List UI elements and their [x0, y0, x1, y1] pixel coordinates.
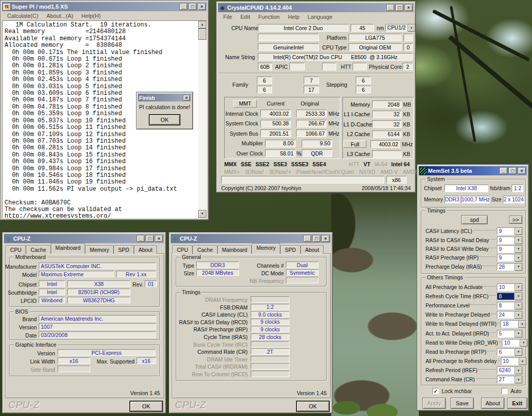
- superpi-output-line: Allocated memory = 8388648: [5, 42, 197, 49]
- cpu-type-label: CPU Type: [320, 44, 347, 50]
- minimize-icon[interactable]: _: [179, 3, 188, 10]
- menu-item-edit[interactable]: Edit: [236, 13, 254, 21]
- tab-about[interactable]: About: [301, 245, 324, 254]
- chevron-down-icon[interactable]: ▼: [515, 245, 522, 253]
- close-icon[interactable]: ×: [198, 3, 206, 10]
- about-button[interactable]: About: [481, 398, 504, 409]
- chevron-down-icon[interactable]: ▼: [515, 237, 522, 244]
- tab-cpu[interactable]: CPU: [6, 245, 26, 254]
- menu-item-language[interactable]: Language: [304, 13, 337, 21]
- ok-button[interactable]: OK: [149, 115, 180, 125]
- model-rev-value: Rev 1.xx: [116, 271, 156, 277]
- save-button[interactable]: Save: [450, 398, 474, 409]
- mmt-button[interactable]: MMT: [233, 100, 257, 108]
- menu-item-function[interactable]: Function: [254, 13, 284, 21]
- lock-mchbar-checkbox[interactable]: ✓: [433, 388, 439, 394]
- tab-spd[interactable]: SPD: [280, 245, 301, 254]
- chevron-down-icon[interactable]: ▼: [515, 283, 522, 291]
- timing-value: 10: [501, 357, 519, 365]
- apply-button[interactable]: Apply: [422, 398, 446, 409]
- close-icon[interactable]: ×: [183, 95, 190, 101]
- spd-button[interactable]: spd: [461, 215, 488, 224]
- chevron-down-icon[interactable]: ▼: [515, 311, 522, 319]
- superpi-titlebar[interactable]: π Super PI / mod1.5 XS _ □ ×: [2, 2, 207, 11]
- apic-label: APIC: [275, 64, 288, 70]
- chevron-down-icon[interactable]: ▼: [515, 227, 522, 235]
- timing-label: Precharge Delay (tRAS): [425, 264, 482, 270]
- scroll-up-icon[interactable]: ▲: [198, 21, 206, 29]
- timing-value: 2T: [251, 348, 289, 355]
- menu-item-calculatec[interactable]: Calculate(C): [3, 12, 42, 20]
- minimize-icon[interactable]: _: [303, 235, 311, 242]
- minimize-icon[interactable]: _: [386, 4, 394, 11]
- cpuz-titlebar[interactable]: ◆ CPU-Z _ □ ×: [171, 234, 331, 243]
- crystal-instr-inactive: MMX+3DNow!3DNow!+PowerNow!/Cool'n'QuietN…: [224, 169, 421, 175]
- chevron-down-icon[interactable]: ▼: [408, 24, 415, 32]
- maximize-icon[interactable]: □: [395, 4, 404, 11]
- cpu-select-value: CPU1/2: [385, 24, 408, 32]
- scrollbar-thumb[interactable]: [198, 29, 206, 40]
- tab-cpu[interactable]: CPU: [172, 245, 193, 254]
- timing-value: 8: [497, 293, 515, 300]
- tab-spd[interactable]: SPD: [114, 245, 134, 254]
- ok-button[interactable]: OK: [130, 401, 163, 411]
- chevron-down-icon[interactable]: ▼: [520, 339, 527, 347]
- tab-cache[interactable]: Cache: [26, 245, 50, 254]
- minimize-icon[interactable]: _: [499, 167, 508, 174]
- minimize-icon[interactable]: _: [137, 235, 145, 242]
- expand-button[interactable]: >>: [509, 216, 522, 224]
- exit-button[interactable]: Exit: [507, 398, 527, 409]
- timing-dropdown: 10▼: [497, 283, 522, 291]
- memset-body: System Chipset Intel X38 fsb/dram 1:2 Me…: [419, 175, 527, 409]
- tab-memory[interactable]: Memory: [85, 245, 114, 254]
- superpi-scrollbar[interactable]: ▲ ▼: [198, 21, 206, 218]
- menu-item-helph[interactable]: Help(H): [77, 12, 105, 20]
- lpcio-label: LPCIO: [4, 298, 37, 304]
- chevron-down-icon[interactable]: ▼: [515, 330, 522, 337]
- chevron-down-icon[interactable]: ▼: [518, 320, 526, 328]
- ok-button[interactable]: OK: [297, 401, 329, 411]
- instruction-flag: SSSE3: [291, 161, 308, 167]
- timing-value: 9 clocks: [251, 319, 289, 325]
- crystal-cache-rows: Memory2048MBL1 I-Cache32KBL1 D-Cache32KB…: [343, 99, 413, 159]
- tab-cache[interactable]: Cache: [193, 245, 217, 254]
- window-controls: _ □ ×: [499, 167, 526, 174]
- close-icon[interactable]: ×: [405, 4, 413, 11]
- tab-mainboard[interactable]: Mainboard: [218, 245, 252, 254]
- tab-memory[interactable]: Memory: [252, 243, 280, 254]
- chevron-down-icon[interactable]: ▼: [515, 376, 522, 383]
- chevron-down-icon[interactable]: ▼: [515, 348, 522, 356]
- close-icon[interactable]: ×: [155, 235, 163, 242]
- menu-item-abouta[interactable]: About...(A): [42, 12, 77, 20]
- chevron-down-icon[interactable]: ▼: [515, 302, 522, 309]
- cpuz-tabbar: CPUCacheMainboardMemorySPDAbout: [172, 243, 324, 254]
- maximize-icon[interactable]: □: [312, 235, 321, 242]
- timing-value: [251, 363, 289, 370]
- chevron-down-icon[interactable]: ▼: [515, 293, 522, 300]
- menu-item-help[interactable]: Help: [284, 13, 304, 21]
- current-column-label: Current: [257, 100, 295, 107]
- clock-panel: MMT Current Original Internal Clock4003.…: [224, 97, 340, 159]
- clock-original-value: 1066.67: [296, 129, 327, 137]
- cpuz-tabbar: CPUCacheMainboardMemorySPDAbout: [6, 243, 157, 254]
- close-icon[interactable]: ×: [322, 235, 330, 242]
- maximize-icon[interactable]: □: [509, 167, 517, 174]
- chevron-down-icon[interactable]: ▼: [519, 357, 526, 365]
- memset-titlebar[interactable]: MemSet 3.5 beta _ □ ×: [419, 166, 527, 175]
- tab-about[interactable]: About: [134, 245, 157, 254]
- maximize-icon[interactable]: □: [189, 3, 197, 10]
- cpu-select-dropdown[interactable]: CPU1/2 ▼: [385, 24, 414, 32]
- auto-checkbox[interactable]: [501, 388, 508, 394]
- chevron-down-icon[interactable]: ▼: [515, 367, 522, 374]
- scroll-down-icon[interactable]: ▼: [198, 210, 206, 218]
- crystalcpuid-titlebar[interactable]: ◆ CrystalCPUID 4.14.2.404 _ □ ×: [218, 3, 414, 12]
- maximize-icon[interactable]: □: [146, 235, 154, 242]
- close-icon[interactable]: ×: [518, 167, 526, 174]
- chevron-down-icon[interactable]: ▼: [515, 263, 522, 271]
- finish-dialog-titlebar[interactable]: Finish ×: [138, 94, 191, 101]
- menu-item-file[interactable]: File: [219, 13, 236, 21]
- timing-dropdown: 5▼: [497, 330, 522, 337]
- tab-mainboard[interactable]: Mainboard: [51, 243, 86, 254]
- chevron-down-icon[interactable]: ▼: [515, 254, 522, 262]
- cpuz-titlebar[interactable]: ◆ CPU-Z _ □ ×: [4, 234, 164, 243]
